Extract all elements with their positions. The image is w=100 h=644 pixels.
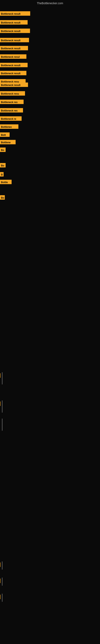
small-badge-3: [0, 578, 0, 583]
bottleneck-badge-3: Bottleneck result: [0, 38, 29, 42]
vertical-line-2: [2, 418, 2, 431]
bottleneck-badge-12: Bottleneck res: [0, 108, 23, 112]
bottleneck-badge-4: Bottleneck result: [0, 46, 28, 50]
bottleneck-badge-6: Bottleneck result: [0, 63, 28, 67]
bottleneck-badge-17: Bo: [0, 148, 6, 152]
bottleneck-badge-10: Bottleneck resu: [0, 91, 25, 96]
bottleneck-badge-13: Bottleneck re: [0, 116, 22, 121]
bottleneck-badge-16: Bottlene: [0, 140, 16, 144]
bottleneck-badge-0: Bottleneck result: [0, 11, 30, 16]
bottleneck-badge-18: Bo: [0, 163, 6, 168]
vertical-line-1: [2, 400, 2, 412]
vertical-line-0: [2, 372, 2, 384]
bottleneck-badge-1: Bottleneck result: [0, 20, 28, 24]
vertical-line-4: [2, 578, 2, 586]
bottleneck-badge-11: Bottleneck res: [0, 100, 24, 104]
bottleneck-badge-7: Bottleneck result: [0, 71, 26, 75]
bottleneck-badge-9: Bottleneck result: [0, 82, 28, 87]
bottleneck-badge-21: Bo: [0, 195, 5, 200]
bottleneck-badge-2: Bottleneck result: [0, 28, 30, 33]
site-title: TheBottlenecker.com: [37, 2, 63, 5]
small-badge-1: [0, 402, 0, 406]
vertical-line-3: [2, 562, 2, 570]
bottleneck-badge-20: Bottle: [0, 180, 12, 184]
bottleneck-badge-15: Bott: [0, 132, 10, 137]
bottleneck-badge-19: B: [0, 172, 3, 176]
bottleneck-badge-14: Bottlenec: [0, 124, 18, 129]
small-badge-4: [0, 595, 0, 599]
small-badge-0: [0, 373, 0, 378]
vertical-line-5: [2, 594, 2, 602]
bottleneck-badge-5: Bottleneck resul: [0, 54, 26, 59]
small-badge-2: [0, 562, 0, 567]
